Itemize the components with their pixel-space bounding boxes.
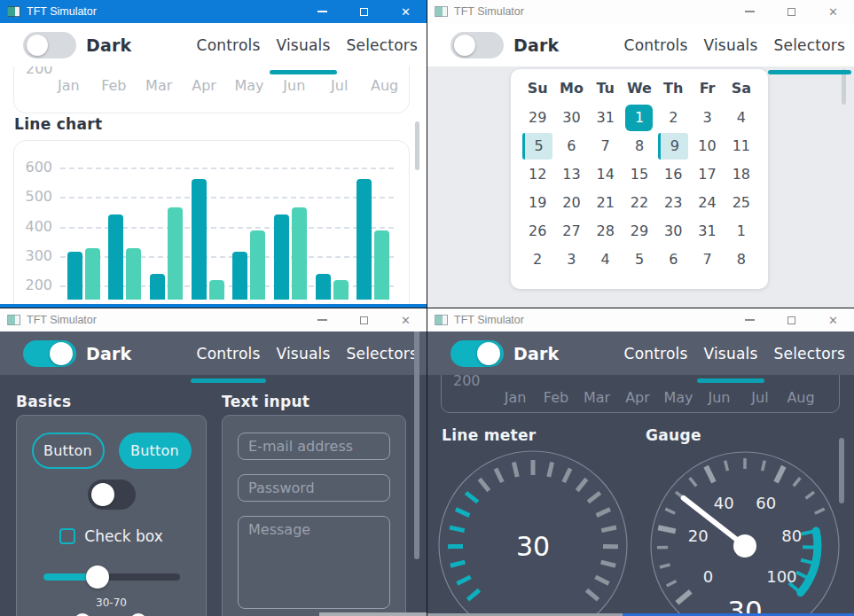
calendar-day[interactable]: 30 (660, 218, 686, 245)
calendar-day[interactable]: 2 (524, 246, 551, 273)
close-button[interactable]: ✕ (812, 0, 854, 23)
nav-tabs: ControlsVisualsSelectors (624, 345, 845, 363)
calendar-day[interactable]: 20 (558, 190, 584, 216)
calendar-day[interactable]: 28 (592, 218, 619, 245)
minimize-icon (317, 11, 327, 12)
tab-visuals[interactable]: Visuals (703, 36, 757, 54)
calendar-day[interactable]: 8 (626, 133, 653, 160)
dark-mode-toggle[interactable] (23, 32, 76, 58)
calendar-day[interactable]: 6 (558, 133, 584, 160)
bar-chart-card: 600500400300200JanFebMarAprMayJunJulAug (13, 140, 410, 308)
maximize-button[interactable] (343, 308, 385, 331)
switch-control[interactable] (88, 480, 136, 510)
title-bar[interactable]: TFT Simulator ✕ (427, 308, 854, 331)
slider[interactable] (43, 573, 180, 581)
email-field[interactable] (238, 433, 390, 460)
password-field[interactable] (238, 474, 390, 502)
calendar-day[interactable]: 22 (626, 190, 653, 216)
tab-visuals[interactable]: Visuals (276, 345, 330, 363)
calendar-day[interactable]: 30 (558, 105, 584, 131)
minimize-button[interactable] (729, 0, 771, 23)
bar-group (63, 248, 105, 300)
tab-selectors[interactable]: Selectors (347, 345, 419, 363)
calendar-day[interactable]: 27 (558, 218, 584, 245)
minimize-button[interactable] (302, 0, 343, 23)
maximize-button[interactable] (771, 0, 812, 23)
title-bar[interactable]: TFT Simulator ✕ (427, 0, 854, 23)
calendar-day[interactable]: 4 (728, 105, 755, 131)
scrollbar[interactable] (414, 328, 419, 559)
calendar-day[interactable]: 11 (728, 133, 755, 160)
outline-button[interactable]: Button (32, 433, 105, 469)
tab-visuals[interactable]: Visuals (703, 345, 757, 363)
calendar-day[interactable]: 4 (592, 246, 619, 273)
day-of-week-label: Th (656, 80, 690, 97)
close-button[interactable]: ✕ (385, 0, 427, 23)
close-button[interactable]: ✕ (385, 308, 427, 331)
dark-mode-toggle[interactable] (451, 32, 504, 58)
tab-selectors[interactable]: Selectors (774, 345, 846, 363)
calendar-day[interactable]: 3 (558, 246, 584, 273)
title-bar[interactable]: TFT Simulator ✕ (0, 0, 427, 23)
calendar-day[interactable]: 21 (592, 190, 619, 216)
calendar-day[interactable]: 31 (592, 105, 619, 131)
slider-knob[interactable] (86, 565, 109, 589)
calendar-day[interactable]: 17 (694, 161, 721, 188)
calendar-day[interactable]: 23 (660, 190, 686, 216)
maximize-button[interactable] (771, 308, 812, 331)
calendar-day[interactable]: 19 (524, 190, 551, 216)
dark-mode-toggle[interactable] (451, 340, 504, 367)
tab-controls[interactable]: Controls (624, 36, 688, 54)
dark-mode-toggle[interactable] (23, 340, 76, 367)
maximize-button[interactable] (343, 0, 385, 23)
page-visuals: 200 JanFebMarAprMayJunJulAug Line meter … (427, 375, 854, 616)
calendar-day[interactable]: 18 (728, 161, 755, 188)
calendar-day[interactable]: 5 (522, 133, 552, 160)
tab-visuals[interactable]: Visuals (276, 36, 330, 54)
checkbox[interactable] (59, 528, 75, 544)
calendar-day[interactable]: 8 (728, 246, 755, 273)
scrollbar[interactable] (842, 69, 846, 105)
bar (126, 248, 141, 300)
tab-controls[interactable]: Controls (624, 345, 688, 363)
calendar-day[interactable]: 24 (694, 190, 721, 216)
x-axis-labels: JanFebMarAprMayJunJulAug (495, 389, 821, 406)
app-header: Dark ControlsVisualsSelectors (427, 23, 854, 66)
calendar-day[interactable]: 29 (626, 218, 653, 245)
calendar-day[interactable]: 13 (558, 161, 584, 188)
tab-controls[interactable]: Controls (197, 36, 261, 54)
tab-selectors[interactable]: Selectors (774, 36, 846, 54)
calendar-day[interactable]: 15 (626, 161, 653, 188)
calendar-day[interactable]: 1 (728, 218, 755, 245)
close-button[interactable]: ✕ (812, 308, 854, 331)
tab-controls[interactable]: Controls (197, 345, 261, 363)
tab-selectors[interactable]: Selectors (347, 36, 419, 54)
scrollbar[interactable] (415, 121, 419, 170)
calendar-day[interactable]: 1 (625, 105, 653, 131)
calendar-day[interactable]: 26 (524, 218, 551, 245)
title-bar[interactable]: TFT Simulator ✕ (0, 308, 427, 331)
calendar-day[interactable]: 31 (694, 218, 721, 245)
calendar-day[interactable]: 16 (660, 161, 686, 188)
calendar-day[interactable]: 9 (658, 133, 688, 160)
calendar-day[interactable]: 10 (694, 133, 721, 160)
window-title: TFT Simulator (454, 5, 524, 18)
calendar-day[interactable]: 7 (694, 246, 721, 273)
nav-tabs: ControlsVisualsSelectors (197, 345, 418, 363)
calendar-day[interactable]: 6 (660, 246, 686, 273)
calendar-day[interactable]: 29 (524, 105, 551, 131)
calendar-day[interactable]: 7 (592, 133, 619, 160)
calendar-day[interactable]: 14 (592, 161, 619, 188)
filled-button[interactable]: Button (119, 433, 192, 469)
scrollbar[interactable] (839, 438, 844, 503)
minimize-button[interactable] (729, 308, 771, 331)
calendar-day[interactable]: 3 (694, 105, 721, 131)
minimize-button[interactable] (302, 308, 343, 331)
calendar-day[interactable]: 25 (728, 190, 755, 216)
calendar-day[interactable]: 12 (524, 161, 551, 188)
calendar-day[interactable]: 2 (660, 105, 686, 131)
calendar-day[interactable]: 5 (626, 246, 653, 273)
bar-plot-area (63, 168, 394, 300)
bar-chart: 600500400300200JanFebMarAprMayJunJulAug (14, 141, 409, 308)
message-field[interactable] (238, 516, 390, 609)
